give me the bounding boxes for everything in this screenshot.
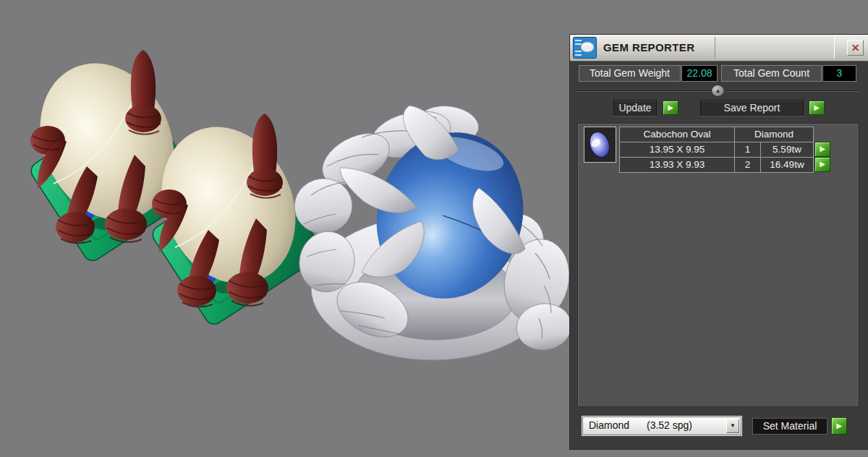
application-window: GEM REPORTER ✕ Total Gem Weight 22.08 To…	[0, 0, 868, 457]
gem-reporter-panel: GEM REPORTER ✕ Total Gem Weight 22.08 To…	[570, 35, 868, 449]
gem-row-size: 13.93 X 9.93	[619, 157, 735, 173]
close-icon[interactable]: ✕	[847, 40, 864, 56]
material-dropdown[interactable]: Diamond (3.52 spg) ▼	[582, 417, 741, 435]
set-material-button[interactable]: Set Material	[752, 418, 827, 435]
gem-row-weight: 16.49tw	[760, 157, 814, 173]
select-gems-run-icon[interactable]: ▶	[814, 142, 830, 157]
save-report-run-icon[interactable]: ▶	[809, 101, 825, 115]
total-gem-weight-value: 22.08	[681, 65, 718, 82]
model-claw-ring[interactable]	[291, 102, 578, 360]
update-run-icon[interactable]: ▶	[663, 101, 678, 115]
panel-title: GEM REPORTER	[603, 35, 694, 61]
gem-row-count: 1	[734, 142, 761, 158]
select-gems-run-icon[interactable]: ▶	[814, 157, 830, 172]
material-dropdown-value: Diamond	[589, 419, 629, 431]
save-report-button[interactable]: Save Report	[700, 100, 804, 116]
gem-reporter-icon	[573, 37, 597, 59]
material-dropdown-density: (3.52 spg)	[647, 419, 692, 431]
titlebar-groove	[715, 37, 835, 59]
total-gem-count-label: Total Gem Count	[721, 65, 822, 82]
panel-titlebar[interactable]: GEM REPORTER ✕	[570, 35, 868, 61]
shape-header: Cabochon Oval	[619, 127, 735, 142]
gem-list-area: Cabochon Oval Diamond 13.95 X 9.95 1 5.5…	[577, 123, 859, 407]
rollup-slider-thumb[interactable]: ▲	[711, 85, 725, 97]
update-button[interactable]: Update	[613, 100, 657, 116]
gem-row-count: 2	[734, 157, 761, 173]
material-header: Diamond	[734, 127, 814, 142]
chevron-down-icon[interactable]: ▼	[726, 419, 739, 433]
total-gem-weight-label: Total Gem Weight	[579, 65, 681, 82]
total-gem-count-value: 3	[822, 65, 856, 82]
gem-row-weight: 5.59tw	[760, 142, 814, 158]
gem-thumbnail	[584, 127, 616, 163]
set-material-run-icon[interactable]: ▶	[831, 417, 847, 435]
gem-row-size: 13.95 X 9.95	[619, 142, 735, 158]
